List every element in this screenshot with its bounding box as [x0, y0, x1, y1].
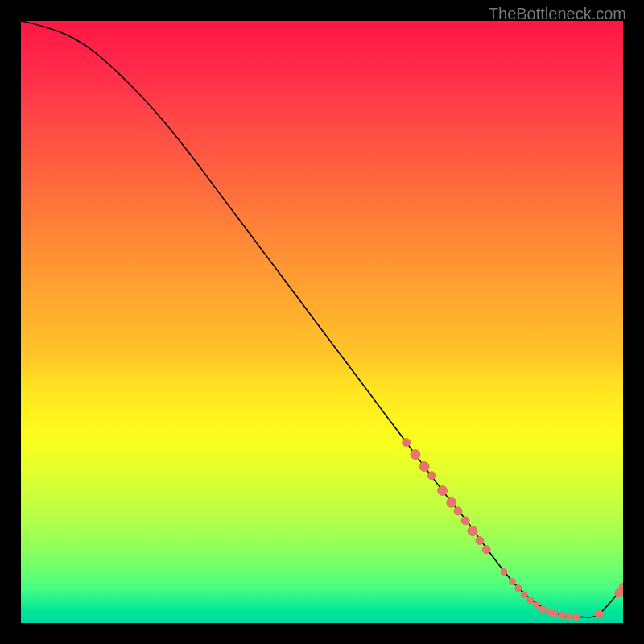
chart-dot: [521, 592, 527, 598]
watermark-text: TheBottleneck.com: [489, 5, 626, 23]
chart-dot: [447, 497, 456, 507]
chart-dot: [402, 439, 411, 447]
chart-dot: [515, 585, 522, 592]
chart-dot: [545, 609, 551, 615]
chart-dot: [566, 613, 572, 620]
chart-dot: [527, 597, 534, 604]
chart-plot-area: [21, 21, 623, 623]
chart-dot: [539, 606, 546, 613]
chart-dot: [411, 450, 420, 460]
chart-dot: [482, 546, 490, 554]
chart-dot: [573, 614, 580, 621]
chart-dot: [509, 578, 515, 584]
chart-curve: [21, 21, 623, 617]
chart-dot: [533, 602, 539, 609]
chart-dot: [438, 485, 448, 495]
chart-scatter-dots: [402, 439, 623, 621]
chart-dot: [559, 612, 565, 618]
chart-dot: [595, 610, 603, 618]
chart-dot: [551, 610, 558, 617]
chart-svg: [21, 21, 623, 623]
chart-dot: [476, 537, 484, 545]
chart-dot: [468, 526, 477, 536]
chart-dot: [427, 472, 436, 480]
chart-dot: [419, 462, 429, 472]
chart-dot: [461, 517, 469, 525]
chart-dot: [454, 507, 462, 515]
chart-dot: [501, 568, 507, 575]
